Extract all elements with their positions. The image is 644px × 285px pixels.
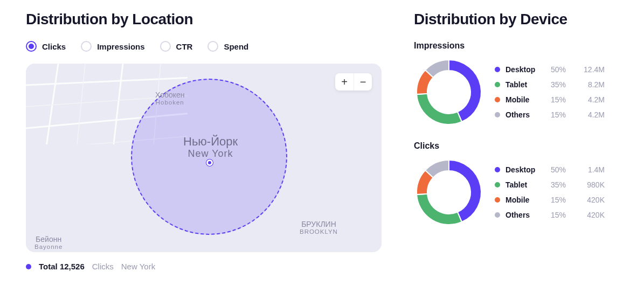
donut-chart xyxy=(414,157,484,227)
map-label-newyork: Нью-Йорк New York xyxy=(183,135,238,159)
device-title: Distribution by Device xyxy=(414,11,618,28)
legend-value: 4.2M xyxy=(580,110,605,119)
summary-total: Total 12,526 xyxy=(39,262,85,271)
legend-item: Desktop50%1.4M xyxy=(495,165,618,174)
legend-swatch-icon xyxy=(495,197,500,203)
radio-icon xyxy=(81,41,92,52)
legend-swatch-icon xyxy=(495,212,500,218)
legend-swatch-icon xyxy=(495,97,500,102)
legend-swatch-icon xyxy=(495,82,500,87)
legend-pct: 15% xyxy=(551,95,574,104)
location-summary: Total 12,526 Clicks New York xyxy=(26,262,382,271)
location-panel: Distribution by Location Clicks Impressi… xyxy=(26,11,382,271)
map-pin-icon xyxy=(206,159,213,166)
donut-chart xyxy=(414,57,484,127)
tab-ctr[interactable]: CTR xyxy=(160,41,193,52)
zoom-in-button[interactable]: + xyxy=(335,73,354,91)
legend-name: Mobile xyxy=(505,95,545,104)
map-label-bayonne: Бейонн Bayonne xyxy=(34,235,63,251)
tab-spend[interactable]: Spend xyxy=(207,41,248,52)
legend-pct: 15% xyxy=(551,196,574,204)
map-label-hoboken: Хобокен Hoboken xyxy=(155,91,185,106)
tab-clicks[interactable]: Clicks xyxy=(26,41,66,52)
legend-item: Tablet35%8.2M xyxy=(495,80,618,89)
legend-value: 420K xyxy=(580,211,605,219)
legend-name: Tablet xyxy=(505,180,545,189)
legend-item: Desktop50%12.4M xyxy=(495,65,618,74)
radio-icon xyxy=(207,41,218,52)
legend-name: Desktop xyxy=(505,65,545,74)
tab-impressions[interactable]: Impressions xyxy=(81,41,144,52)
legend-name: Others xyxy=(505,211,545,219)
summary-dot-icon xyxy=(26,264,31,269)
device-block-impressions: ImpressionsDesktop50%12.4MTablet35%8.2MM… xyxy=(414,41,618,127)
legend-swatch-icon xyxy=(495,167,500,172)
device-panel: Distribution by Device ImpressionsDeskto… xyxy=(414,11,618,271)
location-title: Distribution by Location xyxy=(26,11,382,28)
legend-name: Mobile xyxy=(505,196,545,204)
legend-pct: 35% xyxy=(551,180,574,189)
svg-line-0 xyxy=(26,69,188,85)
device-row: Desktop50%1.4MTablet35%980KMobile15%420K… xyxy=(414,157,618,227)
tab-label: Clicks xyxy=(42,42,66,51)
legend-pct: 50% xyxy=(551,165,574,174)
map-label-brooklyn: БРУКЛИН BROOKLYN xyxy=(300,220,338,235)
map-zoom-control: + − xyxy=(335,73,372,91)
device-section-title: Clicks xyxy=(414,141,618,151)
tab-label: Spend xyxy=(224,42,248,51)
device-block-clicks: ClicksDesktop50%1.4MTablet35%980KMobile1… xyxy=(414,141,618,227)
legend-item: Others15%420K xyxy=(495,211,618,219)
zoom-out-button[interactable]: − xyxy=(354,73,372,91)
legend-name: Others xyxy=(505,110,545,119)
legend-pct: 15% xyxy=(551,211,574,219)
legend-value: 12.4M xyxy=(580,65,605,74)
legend-swatch-icon xyxy=(495,67,500,72)
tab-label: CTR xyxy=(176,42,193,51)
radio-icon xyxy=(26,41,37,52)
legend-value: 8.2M xyxy=(580,80,605,89)
legend-value: 4.2M xyxy=(580,95,605,104)
radio-icon xyxy=(160,41,171,52)
device-row: Desktop50%12.4MTablet35%8.2MMobile15%4.2… xyxy=(414,57,618,127)
device-legend: Desktop50%1.4MTablet35%980KMobile15%420K… xyxy=(495,165,618,219)
legend-swatch-icon xyxy=(495,182,500,187)
device-legend: Desktop50%12.4MTablet35%8.2MMobile15%4.2… xyxy=(495,65,618,119)
legend-item: Others15%4.2M xyxy=(495,110,618,119)
legend-value: 980K xyxy=(580,180,605,189)
legend-item: Tablet35%980K xyxy=(495,180,618,189)
legend-item: Mobile15%4.2M xyxy=(495,95,618,104)
legend-name: Tablet xyxy=(505,80,545,89)
legend-item: Mobile15%420K xyxy=(495,196,618,204)
device-section-title: Impressions xyxy=(414,41,618,51)
legend-pct: 50% xyxy=(551,65,574,74)
summary-place: New York xyxy=(121,262,155,271)
legend-pct: 15% xyxy=(551,110,574,119)
svg-line-6 xyxy=(101,64,123,144)
metric-tabs: Clicks Impressions CTR Spend xyxy=(26,41,382,52)
legend-value: 1.4M xyxy=(580,165,605,174)
location-map[interactable]: Нью-Йорк New York Хобокен Hoboken БРУКЛИ… xyxy=(26,64,382,252)
legend-value: 420K xyxy=(580,196,605,204)
svg-line-5 xyxy=(31,64,58,144)
legend-name: Desktop xyxy=(505,165,545,174)
tab-label: Impressions xyxy=(97,42,144,51)
legend-pct: 35% xyxy=(551,80,574,89)
legend-swatch-icon xyxy=(495,112,500,117)
summary-metric: Clicks xyxy=(92,262,114,271)
